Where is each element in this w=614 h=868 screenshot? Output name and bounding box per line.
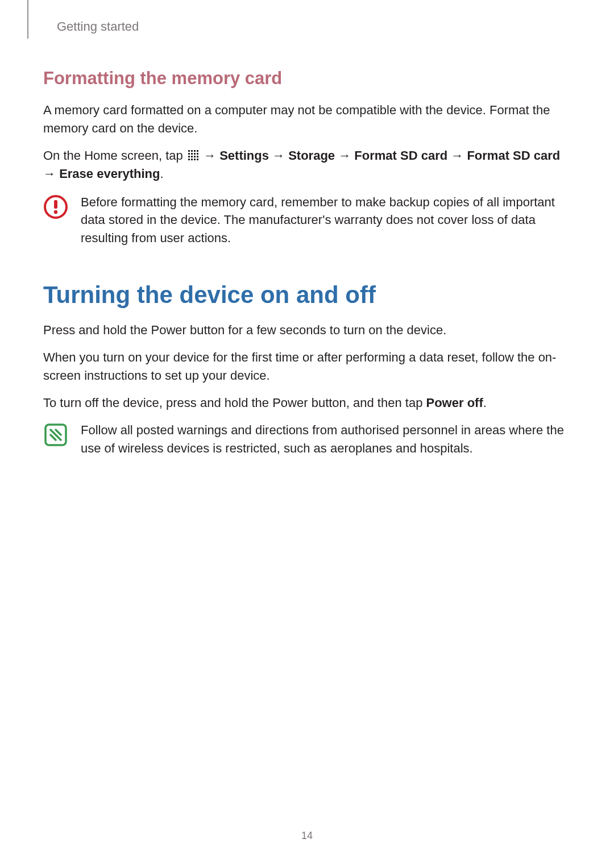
- apps-grid-icon: [188, 148, 199, 159]
- svg-rect-3: [197, 150, 198, 152]
- breadcrumb: Getting started: [57, 19, 571, 34]
- svg-rect-11: [197, 156, 198, 157]
- body-paragraph: When you turn on your device for the fir…: [43, 348, 571, 385]
- svg-rect-1: [191, 150, 193, 152]
- svg-rect-15: [197, 159, 198, 160]
- page-content: Getting started Formatting the memory ca…: [0, 0, 614, 458]
- arrow-separator: →: [43, 167, 59, 181]
- arrow-separator: →: [269, 148, 288, 163]
- side-rule: [27, 0, 28, 39]
- svg-rect-8: [188, 156, 190, 157]
- svg-rect-14: [194, 159, 196, 160]
- svg-rect-9: [191, 156, 193, 157]
- navigation-path: On the Home screen, tap → Settings → Sto…: [43, 147, 571, 183]
- svg-rect-0: [188, 150, 190, 152]
- arrow-separator: →: [447, 148, 467, 163]
- warning-icon: [43, 194, 68, 219]
- nav-step: Erase everything: [59, 167, 160, 181]
- text-bold: Power off: [426, 396, 483, 410]
- body-paragraph: Press and hold the Power button for a fe…: [43, 321, 571, 339]
- text-run: To turn off the device, press and hold t…: [43, 396, 426, 410]
- note-text: Follow all posted warnings and direction…: [81, 421, 571, 458]
- warning-callout: Before formatting the memory card, remem…: [43, 193, 571, 248]
- nav-path-prefix: On the Home screen, tap: [43, 148, 186, 163]
- svg-rect-12: [188, 159, 190, 160]
- nav-path-suffix: .: [160, 167, 163, 181]
- arrow-separator: →: [200, 148, 219, 163]
- section-heading-formatting: Formatting the memory card: [43, 68, 571, 89]
- svg-rect-10: [194, 156, 196, 157]
- body-paragraph: A memory card formatted on a computer ma…: [43, 101, 571, 138]
- svg-rect-17: [54, 200, 57, 209]
- nav-step: Settings: [219, 148, 269, 163]
- svg-rect-4: [188, 153, 190, 155]
- note-icon: [43, 422, 68, 447]
- warning-text: Before formatting the memory card, remem…: [81, 193, 571, 248]
- nav-step: Storage: [288, 148, 335, 163]
- svg-point-18: [54, 210, 57, 213]
- main-heading-power: Turning the device on and off: [43, 281, 571, 309]
- svg-rect-5: [191, 153, 193, 155]
- body-paragraph: To turn off the device, press and hold t…: [43, 394, 571, 412]
- svg-rect-6: [194, 153, 196, 155]
- nav-step: Format SD card: [467, 148, 560, 163]
- svg-rect-13: [191, 159, 193, 160]
- page-number: 14: [0, 830, 614, 842]
- svg-rect-2: [194, 150, 196, 152]
- text-run: .: [483, 396, 487, 410]
- nav-step: Format SD card: [354, 148, 447, 163]
- svg-rect-7: [197, 153, 198, 155]
- arrow-separator: →: [335, 148, 354, 163]
- note-callout: Follow all posted warnings and direction…: [43, 421, 571, 458]
